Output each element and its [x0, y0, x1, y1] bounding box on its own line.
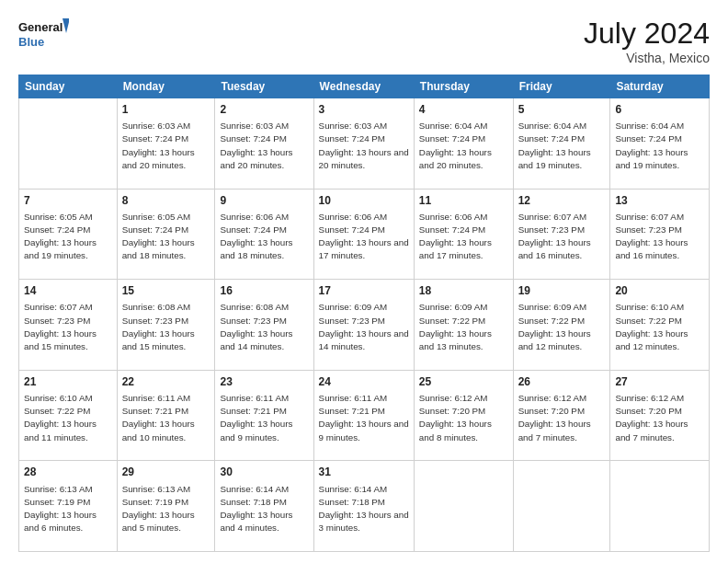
cell-w5-d2: 29 Sunrise: 6:13 AMSunset: 7:19 PMDaylig… [117, 461, 215, 552]
day-number: 5 [518, 102, 606, 117]
svg-text:General: General [18, 20, 63, 34]
title-block: July 2024 Vistha, Mexico [584, 17, 710, 65]
cell-w2-d4: 10 Sunrise: 6:06 AMSunset: 7:24 PMDaylig… [313, 189, 414, 280]
day-number: 17 [319, 283, 409, 298]
day-number: 7 [24, 193, 112, 208]
day-info: Sunrise: 6:13 AMSunset: 7:19 PMDaylight:… [122, 484, 195, 534]
header-friday: Friday [513, 75, 610, 98]
svg-marker-2 [63, 18, 69, 33]
cell-w3-d1: 14 Sunrise: 6:07 AMSunset: 7:23 PMDaylig… [19, 280, 118, 371]
day-number: 23 [220, 374, 308, 389]
cell-w2-d1: 7 Sunrise: 6:05 AMSunset: 7:24 PMDayligh… [19, 189, 118, 280]
day-info: Sunrise: 6:06 AMSunset: 7:24 PMDaylight:… [319, 212, 409, 261]
day-number: 14 [24, 283, 112, 298]
day-number: 28 [24, 465, 112, 479]
cell-w1-d2: 1 Sunrise: 6:03 AMSunset: 7:24 PMDayligh… [117, 98, 215, 190]
day-info: Sunrise: 6:07 AMSunset: 7:23 PMDaylight:… [24, 302, 97, 351]
day-number: 18 [419, 283, 508, 298]
cell-w3-d6: 19 Sunrise: 6:09 AMSunset: 7:22 PMDaylig… [513, 280, 610, 371]
cell-w5-d1: 28 Sunrise: 6:13 AMSunset: 7:19 PMDaylig… [19, 461, 118, 552]
cell-w4-d4: 24 Sunrise: 6:11 AMSunset: 7:21 PMDaylig… [313, 370, 414, 461]
day-number: 19 [518, 283, 606, 298]
day-number: 20 [615, 283, 704, 298]
cell-w1-d6: 5 Sunrise: 6:04 AMSunset: 7:24 PMDayligh… [513, 98, 610, 190]
day-info: Sunrise: 6:11 AMSunset: 7:21 PMDaylight:… [319, 393, 409, 442]
day-number: 6 [615, 102, 704, 117]
day-number: 11 [419, 193, 508, 208]
header-saturday: Saturday [610, 75, 710, 98]
day-number: 12 [518, 193, 606, 208]
page: General Blue July 2024 Vistha, Mexico Su… [0, 0, 728, 563]
day-info: Sunrise: 6:08 AMSunset: 7:23 PMDaylight:… [220, 302, 292, 351]
weekday-header-row: Sunday Monday Tuesday Wednesday Thursday… [19, 75, 710, 98]
day-number: 21 [24, 374, 112, 389]
day-info: Sunrise: 6:10 AMSunset: 7:22 PMDaylight:… [615, 302, 688, 351]
cell-w4-d3: 23 Sunrise: 6:11 AMSunset: 7:21 PMDaylig… [215, 370, 313, 461]
cell-w1-d3: 2 Sunrise: 6:03 AMSunset: 7:24 PMDayligh… [215, 98, 313, 190]
cell-w3-d5: 18 Sunrise: 6:09 AMSunset: 7:22 PMDaylig… [414, 280, 513, 371]
day-info: Sunrise: 6:08 AMSunset: 7:23 PMDaylight:… [122, 302, 195, 351]
day-number: 26 [518, 374, 606, 389]
month-title: July 2024 [584, 17, 710, 51]
cell-w5-d4: 31 Sunrise: 6:14 AMSunset: 7:18 PMDaylig… [313, 461, 414, 552]
cell-w1-d7: 6 Sunrise: 6:04 AMSunset: 7:24 PMDayligh… [610, 98, 710, 190]
header-monday: Monday [117, 75, 215, 98]
day-info: Sunrise: 6:04 AMSunset: 7:24 PMDaylight:… [615, 121, 688, 170]
week-row-3: 14 Sunrise: 6:07 AMSunset: 7:23 PMDaylig… [19, 280, 710, 371]
cell-w1-d5: 4 Sunrise: 6:04 AMSunset: 7:24 PMDayligh… [414, 98, 513, 190]
day-info: Sunrise: 6:09 AMSunset: 7:22 PMDaylight:… [419, 302, 492, 351]
header: General Blue July 2024 Vistha, Mexico [18, 17, 710, 65]
day-info: Sunrise: 6:09 AMSunset: 7:22 PMDaylight:… [518, 302, 591, 351]
location: Vistha, Mexico [584, 51, 710, 65]
day-number: 29 [122, 465, 210, 479]
cell-w2-d3: 9 Sunrise: 6:06 AMSunset: 7:24 PMDayligh… [215, 189, 313, 280]
day-info: Sunrise: 6:03 AMSunset: 7:24 PMDaylight:… [220, 121, 292, 170]
day-number: 9 [220, 193, 308, 208]
day-info: Sunrise: 6:10 AMSunset: 7:22 PMDaylight:… [24, 393, 97, 442]
day-info: Sunrise: 6:06 AMSunset: 7:24 PMDaylight:… [419, 212, 492, 261]
day-info: Sunrise: 6:03 AMSunset: 7:24 PMDaylight:… [319, 121, 409, 170]
day-info: Sunrise: 6:05 AMSunset: 7:24 PMDaylight:… [122, 212, 195, 261]
header-wednesday: Wednesday [313, 75, 414, 98]
day-info: Sunrise: 6:04 AMSunset: 7:24 PMDaylight:… [419, 121, 492, 170]
week-row-4: 21 Sunrise: 6:10 AMSunset: 7:22 PMDaylig… [19, 370, 710, 461]
cell-w2-d7: 13 Sunrise: 6:07 AMSunset: 7:23 PMDaylig… [610, 189, 710, 280]
day-info: Sunrise: 6:14 AMSunset: 7:18 PMDaylight:… [220, 484, 292, 534]
day-info: Sunrise: 6:07 AMSunset: 7:23 PMDaylight:… [615, 212, 688, 261]
day-info: Sunrise: 6:12 AMSunset: 7:20 PMDaylight:… [419, 393, 492, 442]
day-number: 24 [319, 374, 409, 389]
day-info: Sunrise: 6:09 AMSunset: 7:23 PMDaylight:… [319, 302, 409, 351]
day-number: 15 [122, 283, 210, 298]
day-number: 1 [122, 102, 210, 117]
day-number: 8 [122, 193, 210, 208]
cell-w4-d5: 25 Sunrise: 6:12 AMSunset: 7:20 PMDaylig… [414, 370, 513, 461]
cell-w2-d2: 8 Sunrise: 6:05 AMSunset: 7:24 PMDayligh… [117, 189, 215, 280]
cell-w1-d4: 3 Sunrise: 6:03 AMSunset: 7:24 PMDayligh… [313, 98, 414, 190]
cell-w5-d3: 30 Sunrise: 6:14 AMSunset: 7:18 PMDaylig… [215, 461, 313, 552]
svg-text:Blue: Blue [18, 35, 44, 49]
week-row-1: 1 Sunrise: 6:03 AMSunset: 7:24 PMDayligh… [19, 98, 710, 190]
day-info: Sunrise: 6:12 AMSunset: 7:20 PMDaylight:… [518, 393, 591, 442]
cell-w5-d6 [513, 461, 610, 552]
day-number: 10 [319, 193, 409, 208]
cell-w4-d2: 22 Sunrise: 6:11 AMSunset: 7:21 PMDaylig… [117, 370, 215, 461]
day-info: Sunrise: 6:03 AMSunset: 7:24 PMDaylight:… [122, 121, 195, 170]
cell-w3-d3: 16 Sunrise: 6:08 AMSunset: 7:23 PMDaylig… [215, 280, 313, 371]
day-info: Sunrise: 6:07 AMSunset: 7:23 PMDaylight:… [518, 212, 591, 261]
day-number: 27 [615, 374, 704, 389]
header-sunday: Sunday [19, 75, 118, 98]
day-number: 3 [319, 102, 409, 117]
cell-w1-d1 [19, 98, 118, 190]
day-info: Sunrise: 6:11 AMSunset: 7:21 PMDaylight:… [122, 393, 195, 442]
day-info: Sunrise: 6:04 AMSunset: 7:24 PMDaylight:… [518, 121, 591, 170]
cell-w5-d7 [610, 461, 710, 552]
day-number: 30 [220, 465, 308, 479]
cell-w2-d6: 12 Sunrise: 6:07 AMSunset: 7:23 PMDaylig… [513, 189, 610, 280]
logo-svg: General Blue [18, 17, 69, 52]
day-number: 31 [319, 465, 409, 479]
day-info: Sunrise: 6:12 AMSunset: 7:20 PMDaylight:… [615, 393, 688, 442]
day-number: 4 [419, 102, 508, 117]
cell-w4-d6: 26 Sunrise: 6:12 AMSunset: 7:20 PMDaylig… [513, 370, 610, 461]
cell-w3-d7: 20 Sunrise: 6:10 AMSunset: 7:22 PMDaylig… [610, 280, 710, 371]
day-number: 22 [122, 374, 210, 389]
